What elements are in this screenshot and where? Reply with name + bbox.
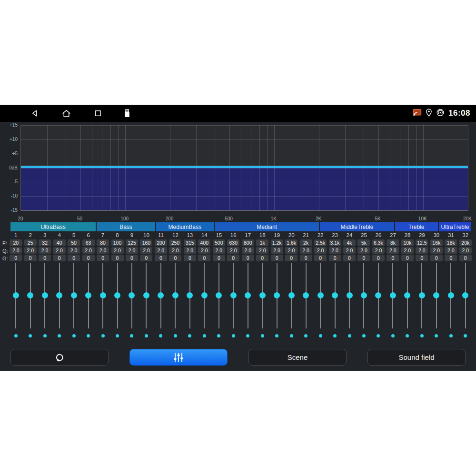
band-q-value[interactable]: 2.0 [140, 247, 152, 254]
band-gain-value[interactable]: 0 [416, 255, 428, 261]
equalizer-button[interactable] [129, 349, 228, 366]
band-gain-value[interactable]: 0 [39, 255, 51, 261]
slider-handle[interactable] [303, 292, 309, 298]
band-q-value[interactable]: 2.0 [387, 247, 399, 254]
band-slider[interactable] [386, 263, 400, 328]
band-q-value[interactable]: 2.0 [300, 247, 312, 254]
band-q-value[interactable]: 2.0 [430, 247, 443, 254]
scene-button[interactable]: Scene [248, 349, 347, 366]
band-slider[interactable] [415, 263, 429, 328]
band-freq-value[interactable]: 63 [82, 239, 95, 246]
band-slider[interactable] [110, 263, 124, 328]
band-q-value[interactable]: 2.0 [271, 247, 283, 254]
band-q-value[interactable]: 2.0 [343, 247, 356, 254]
band-slider[interactable] [284, 263, 298, 328]
band-group-middletreble[interactable]: MiddleTreble [320, 222, 394, 231]
band-freq-value[interactable]: 500 [213, 239, 225, 246]
slider-handle[interactable] [448, 292, 454, 298]
band-slider[interactable] [81, 263, 95, 328]
reset-button[interactable] [10, 349, 109, 366]
band-freq-value[interactable]: 50 [68, 239, 80, 246]
band-gain-value[interactable]: 0 [445, 255, 457, 261]
slider-handle[interactable] [85, 292, 91, 298]
band-freq-value[interactable]: 5k [357, 239, 370, 246]
band-gain-value[interactable]: 0 [53, 255, 66, 261]
slider-handle[interactable] [187, 292, 193, 298]
band-q-value[interactable]: 2.0 [184, 247, 196, 254]
band-freq-value[interactable]: 315 [184, 239, 196, 246]
band-slider[interactable] [444, 263, 458, 328]
band-q-value[interactable]: 2.0 [126, 247, 138, 254]
slider-handle[interactable] [404, 292, 410, 298]
band-q-value[interactable]: 2.0 [155, 247, 167, 254]
band-gain-value[interactable]: 0 [184, 255, 196, 261]
band-freq-value[interactable]: 250 [169, 239, 181, 246]
band-q-value[interactable]: 2.0 [53, 247, 66, 254]
band-q-value[interactable]: 2.0 [314, 247, 327, 254]
band-q-value[interactable]: 2.0 [256, 247, 268, 254]
slider-handle[interactable] [274, 292, 280, 298]
band-q-value[interactable]: 2.0 [445, 247, 457, 254]
band-group-ultrabass[interactable]: UltraBass [10, 222, 96, 231]
band-q-value[interactable]: 2.0 [242, 247, 254, 254]
band-slider[interactable] [23, 263, 37, 328]
band-slider[interactable] [226, 263, 240, 328]
band-q-value[interactable]: 2.0 [111, 247, 124, 254]
band-slider[interactable] [357, 263, 371, 328]
band-slider[interactable] [168, 263, 182, 328]
band-gain-value[interactable]: 0 [372, 255, 385, 261]
band-gain-value[interactable]: 0 [300, 255, 312, 261]
band-freq-value[interactable]: 1k [256, 239, 268, 246]
band-gain-value[interactable]: 0 [329, 255, 341, 261]
band-freq-value[interactable]: 100 [111, 239, 124, 246]
band-freq-value[interactable]: 160 [140, 239, 152, 246]
band-gain-value[interactable]: 0 [213, 255, 225, 261]
band-slider[interactable] [429, 263, 444, 328]
band-freq-value[interactable]: 4k [343, 239, 356, 246]
slider-handle[interactable] [375, 292, 381, 298]
band-freq-value[interactable]: 2k [300, 239, 312, 246]
band-freq-value[interactable]: 1.2k [271, 239, 283, 246]
band-slider[interactable] [197, 263, 211, 328]
recents-icon[interactable] [92, 108, 104, 119]
band-q-value[interactable]: 2.0 [198, 247, 210, 254]
band-slider[interactable] [139, 263, 153, 328]
slider-handle[interactable] [259, 292, 266, 298]
band-gain-value[interactable]: 0 [140, 255, 152, 261]
band-slider[interactable] [241, 263, 255, 328]
band-slider[interactable] [327, 263, 342, 328]
band-freq-value[interactable]: 2.5k [314, 239, 327, 246]
band-q-value[interactable]: 2.0 [97, 247, 109, 254]
slider-handle[interactable] [332, 292, 338, 298]
slider-handle[interactable] [317, 292, 324, 298]
band-gain-value[interactable]: 0 [459, 255, 472, 261]
band-gain-value[interactable]: 0 [227, 255, 239, 261]
band-q-value[interactable]: 2.0 [401, 247, 414, 254]
band-slider[interactable] [212, 263, 226, 328]
band-slider[interactable] [255, 263, 269, 328]
band-gain-value[interactable]: 0 [343, 255, 356, 261]
band-gain-value[interactable]: 0 [111, 255, 124, 261]
band-q-value[interactable]: 2.0 [329, 247, 341, 254]
band-gain-value[interactable]: 0 [387, 255, 399, 261]
slider-handle[interactable] [71, 292, 77, 298]
band-q-value[interactable]: 2.0 [169, 247, 181, 254]
band-slider[interactable] [9, 263, 23, 328]
band-slider[interactable] [269, 263, 284, 328]
band-freq-value[interactable]: 32 [39, 239, 51, 246]
slider-handle[interactable] [216, 292, 222, 298]
band-q-value[interactable]: 2.0 [227, 247, 239, 254]
band-freq-value[interactable]: 1.6k [285, 239, 298, 246]
band-gain-value[interactable]: 0 [256, 255, 268, 261]
band-gain-value[interactable]: 0 [285, 255, 298, 261]
band-slider[interactable] [458, 263, 473, 328]
band-freq-value[interactable]: 20 [10, 239, 22, 246]
slider-handle[interactable] [462, 292, 468, 298]
band-q-value[interactable]: 2.0 [285, 247, 298, 254]
slider-handle[interactable] [288, 292, 295, 298]
band-freq-value[interactable]: 40 [53, 239, 66, 246]
band-gain-value[interactable]: 0 [271, 255, 283, 261]
band-slider[interactable] [298, 263, 313, 328]
band-freq-value[interactable]: 16k [430, 239, 443, 246]
band-q-value[interactable]: 2.0 [459, 247, 472, 254]
